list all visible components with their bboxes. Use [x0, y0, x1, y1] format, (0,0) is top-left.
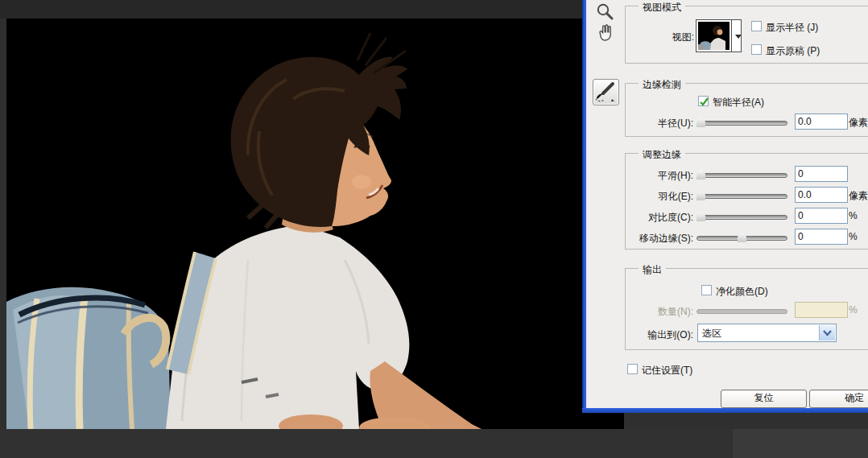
radius-value-input[interactable] [795, 113, 848, 130]
output-to-value: 选区 [702, 327, 721, 340]
feather-slider[interactable] [696, 191, 787, 201]
group-adjust-edge-title: 调整边缘 [639, 148, 685, 162]
view-thumbnail [698, 22, 730, 50]
radius-label: 半径(U): [605, 117, 693, 130]
contrast-slider-track[interactable] [696, 215, 787, 220]
amount-label: 数量(N): [605, 305, 693, 319]
shift-edge-unit: % [849, 231, 858, 242]
remember-settings-checkbox[interactable] [627, 364, 638, 374]
smooth-slider-thumb[interactable] [696, 170, 705, 179]
output-to-label: 输出到(O): [605, 328, 693, 342]
show-original-checkbox[interactable] [751, 44, 762, 55]
smooth-value-input[interactable] [795, 166, 848, 182]
zoom-tool-icon[interactable] [595, 2, 614, 22]
remember-settings-label: 记住设置(T) [642, 364, 692, 378]
view-dropdown-divider [731, 20, 732, 52]
feather-value-input[interactable] [795, 187, 848, 203]
refine-radius-brush-icon [593, 80, 617, 103]
group-view-mode-title: 视图模式 [639, 1, 685, 14]
refine-radius-tool-button[interactable] [593, 79, 619, 105]
show-radius-checkbox[interactable] [751, 21, 762, 31]
feather-label: 羽化(E): [605, 190, 693, 204]
dialog-border-left [582, 0, 586, 413]
workspace-top-strip [0, 0, 582, 19]
contrast-value-input[interactable] [795, 208, 848, 224]
contrast-unit: % [849, 210, 858, 221]
smooth-label: 平滑(H): [605, 169, 693, 183]
chevron-down-icon [823, 330, 832, 336]
feather-unit: 像素 [849, 189, 868, 203]
radius-slider-thumb[interactable] [696, 118, 705, 127]
amount-slider-track [696, 309, 787, 314]
shift-edge-slider[interactable] [696, 233, 787, 243]
decontaminate-colors-checkbox[interactable] [701, 285, 712, 295]
output-to-dropdown[interactable]: 选区 [697, 324, 837, 342]
group-edge-detection-title: 边缘检测 [639, 78, 685, 92]
hand-tool-icon[interactable] [593, 22, 614, 43]
shift-edge-slider-thumb[interactable] [738, 233, 746, 242]
photo-person [6, 19, 624, 429]
contrast-label: 对比度(C): [605, 211, 693, 225]
dialog-border-bottom [582, 408, 868, 413]
canvas-image[interactable] [6, 19, 624, 429]
amount-unit: % [849, 304, 858, 316]
radius-slider-track[interactable] [696, 121, 787, 126]
smooth-slider[interactable] [696, 170, 787, 180]
feather-slider-thumb[interactable] [696, 191, 705, 200]
reset-button[interactable]: 复位 [721, 390, 807, 408]
amount-value-input [795, 302, 848, 318]
refine-edge-dialog: 视图模式 视图: 显示半径 (J) 显示原稿 (P) [582, 0, 868, 413]
contrast-slider-thumb[interactable] [696, 212, 705, 221]
radius-slider[interactable] [696, 118, 787, 128]
smooth-slider-track[interactable] [696, 173, 787, 178]
smart-radius-checkbox[interactable] [698, 96, 709, 106]
amount-slider [696, 306, 787, 316]
view-thumbnail-dropdown[interactable] [696, 19, 742, 52]
ok-button[interactable]: 确定 [809, 390, 868, 408]
radius-unit: 像素 [849, 116, 868, 130]
smart-radius-label: 智能半径(A) [713, 96, 764, 109]
output-to-dropdown-button[interactable] [819, 325, 835, 340]
view-label: 视图: [646, 31, 694, 44]
feather-slider-track[interactable] [696, 194, 787, 199]
chevron-down-icon[interactable] [735, 35, 742, 39]
group-output-title: 输出 [639, 263, 666, 277]
contrast-slider[interactable] [696, 212, 787, 222]
show-original-label: 显示原稿 (P) [766, 44, 820, 58]
workspace-panel-divider [733, 429, 868, 458]
decontaminate-colors-label: 净化颜色(D) [716, 285, 768, 299]
photoshop-refine-edge-screen: 视图模式 视图: 显示半径 (J) 显示原稿 (P) [0, 0, 868, 458]
show-radius-label: 显示半径 (J) [766, 21, 818, 35]
shift-edge-value-input[interactable] [795, 229, 848, 245]
shift-edge-label: 移动边缘(S): [605, 232, 693, 246]
